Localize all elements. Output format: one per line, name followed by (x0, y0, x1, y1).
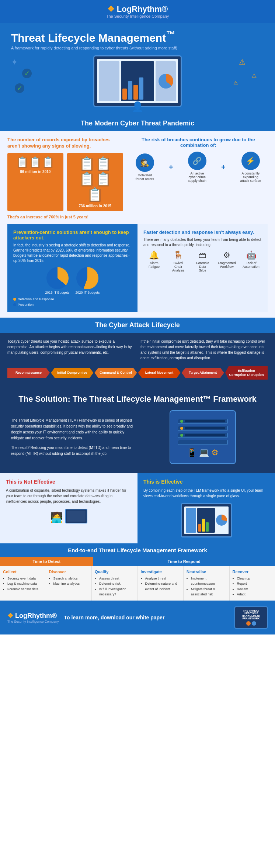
risk-heading: The risk of breaches continues to grow d… (129, 137, 268, 148)
fw-col-collect-title: Collect (3, 570, 43, 574)
prevention-box: Prevention-centric solutions aren't enou… (7, 224, 138, 312)
breach-2010: 📋📋📋 96 million in 2010 (7, 153, 63, 211)
obstacle-label-4: Lack ofAutomation (240, 261, 262, 269)
fw-col-investigate-title: Investigate (141, 570, 181, 574)
monitor-small (65, 509, 87, 523)
fw-col-collect-list: Security event data Log & machine data F… (3, 576, 43, 592)
risk-label-0: Motivatedthreat actors (136, 173, 154, 181)
fw-col-discover-title: Discover (49, 570, 89, 574)
obstacle-2: 🗃 ForensicDataSilos (192, 250, 213, 272)
tablet-icon: 💻 (199, 448, 209, 457)
dashboard-illustration (143, 503, 269, 537)
footer-cta: ❖ LogRhythm® The Security Intelligence C… (0, 601, 275, 634)
step-exfil: Exfiltration Corruption Disruption (225, 366, 268, 380)
fw-item: Implement countermeasure (191, 576, 226, 587)
pie-2015-container: 2015 IT Budgets (45, 267, 70, 294)
risk-item-1: 🔗 An activecyber crimesupply chain (188, 152, 206, 183)
footer-cta-text: To learn more, download our white paper (64, 615, 229, 620)
fw-item: Mitigate threat & associated risk (191, 587, 226, 597)
risk-plus-1: + (169, 163, 173, 172)
warning-icon-3: ⚠ (233, 80, 238, 86)
stack-icon: 📋📋📋 (11, 156, 60, 168)
automation-icon: 🤖 (240, 250, 262, 260)
obstacle-4: 🤖 Lack ofAutomation (240, 250, 262, 272)
two-col: Prevention-centric solutions aren't enou… (7, 224, 268, 312)
pie-2020 (76, 267, 98, 289)
gear-icon: ⚙ (211, 448, 219, 457)
fw-col-neutralise-list: Implement countermeasure Mitigate threat… (187, 576, 226, 597)
checkmark-icon-1: ✓ (22, 69, 32, 78)
fw-item: Report (237, 581, 272, 586)
obstacle-label-2: ForensicDataSilos (192, 261, 213, 272)
solution-text: The Threat Lifecycle Management (TLM) Fr… (11, 418, 134, 457)
faster-text: There are many obstacles that keep your … (143, 237, 262, 248)
time-detect-label: Time to Detect (0, 557, 93, 566)
step-lateral: Lateral Movement (138, 368, 181, 378)
pandemic-left-heading: The number of records exposed by breache… (7, 137, 123, 149)
footer-tagline: The Security Intelligence Company (7, 620, 59, 623)
warning-icon-2: ⚠ (251, 72, 257, 79)
footer-logo: ❖ LogRhythm® (7, 612, 59, 620)
lifecycle-section: Today's cyber threats use your holistic … (0, 333, 275, 386)
logo-prefix: ❖ (107, 4, 115, 14)
mobile-icon: 📱 (187, 448, 197, 457)
breach-2015: 📋📋📋📋📋 736 million in 2015 (67, 153, 123, 211)
data-icon: 🗃 (192, 250, 213, 260)
risk-label-1: An activecyber crimesupply chain (188, 172, 206, 183)
lifecycle-arrows: Reconnaissance Initial Compromise Comman… (7, 366, 268, 380)
legend-dot-detect (13, 298, 16, 301)
lifecycle-section-title: The Cyber Attack Lifecycle (0, 318, 275, 333)
fw-item: Forensic sensor data (7, 587, 43, 592)
fw-item: Analyse threat (145, 576, 181, 581)
pandemic-grid: The number of records exposed by breache… (7, 137, 268, 219)
hero-illustration: ✦ ✓ ✓ 👤 ⚠ ⚠ ⚠ (0, 50, 275, 112)
risk-item-2: ⚡ A constantlyexpandingattack surface (240, 152, 261, 183)
fw-item: Review (237, 587, 272, 592)
fw-item: Determine risk (99, 581, 135, 586)
pandemic-left: The number of records exposed by breache… (7, 137, 123, 219)
fw-col-discover: Discover Search analytics Machine analyt… (46, 566, 92, 601)
fw-item: Is full investigation necessary? (99, 587, 135, 597)
legend: Detection and Response Prevention (13, 297, 132, 307)
obstacle-3: ⚙ FragmentedWorkflow (216, 250, 237, 272)
compare-section: This is Not Effective A combination of d… (0, 473, 275, 543)
obstacle-1: 🪑 SwivelChairAnalysis (168, 250, 189, 272)
thumb-dot-1 (246, 621, 251, 626)
fw-col-recover-list: Clean up Report Review Adapt (233, 576, 272, 597)
header: ❖ LogRhythm® The Security Intelligence C… (0, 0, 275, 23)
fw-col-qualify-title: Qualify (95, 570, 135, 574)
solution-section: The Solution: The Threat Lifecycle Manag… (0, 385, 275, 473)
fw-col-neutralise-title: Neutralise (187, 570, 226, 574)
pie-2020-container: 2020 IT Budgets (76, 267, 100, 294)
person-desk-icon: 🧑‍💻 (50, 511, 63, 523)
framework-section-title: End-to-end Threat Lifecycle Management F… (0, 543, 275, 557)
logo: ❖ LogRhythm® (4, 4, 271, 14)
footer-whitepaper-thumbnail: THE THREAT LIFECYCLEMANAGEMENT FRAMEWORK (234, 606, 268, 629)
effective-title: This is Effective (143, 479, 269, 485)
fw-col-qualify: Qualify Assess threat Determine risk Is … (92, 566, 138, 601)
obstacle-0: 🔔 AlarmFatigue (143, 250, 165, 272)
person-icon: 👤 (132, 101, 143, 113)
step-recon: Reconnaissance (7, 368, 50, 378)
time-bar: Time to Detect Time to Respond (0, 557, 275, 566)
fw-item: Security event data (7, 576, 43, 581)
hero-subtitle: A framework for rapidly detecting and re… (11, 46, 264, 50)
chair-icon: 🪑 (168, 250, 189, 260)
solution-title: The Solution: The Threat Lifecycle Manag… (11, 394, 264, 404)
prevention-title: Prevention-centric solutions aren't enou… (13, 229, 132, 241)
thumbnail-text: THE THREAT LIFECYCLEMANAGEMENT FRAMEWORK (237, 609, 265, 620)
pandemic-content: The number of records exposed by breache… (0, 131, 275, 318)
framework-columns: Collect Security event data Log & machin… (0, 566, 275, 601)
fw-col-neutralise: Neutralise Implement countermeasure Miti… (184, 566, 230, 601)
workflow-icon: ⚙ (216, 250, 237, 260)
fw-item: Adapt (237, 592, 272, 597)
footer-logo-prefix: ❖ (7, 612, 13, 619)
fw-item: Machine analytics (53, 581, 89, 586)
effective-text: By combining each step of the TLM framew… (143, 488, 269, 499)
fw-col-qualify-list: Assess threat Determine risk Is full inv… (95, 576, 135, 597)
prevention-text: In fact, the industry is seeing a strate… (13, 243, 132, 263)
fw-col-recover: Recover Clean up Report Review Adapt (230, 566, 275, 601)
hero-title: Threat Lifecycle Management™ (11, 30, 264, 44)
faster-title: Faster detection and response isn't alwa… (143, 229, 262, 235)
breach-numbers: 📋📋📋 96 million in 2010 📋📋📋📋📋 736 million… (7, 153, 123, 211)
